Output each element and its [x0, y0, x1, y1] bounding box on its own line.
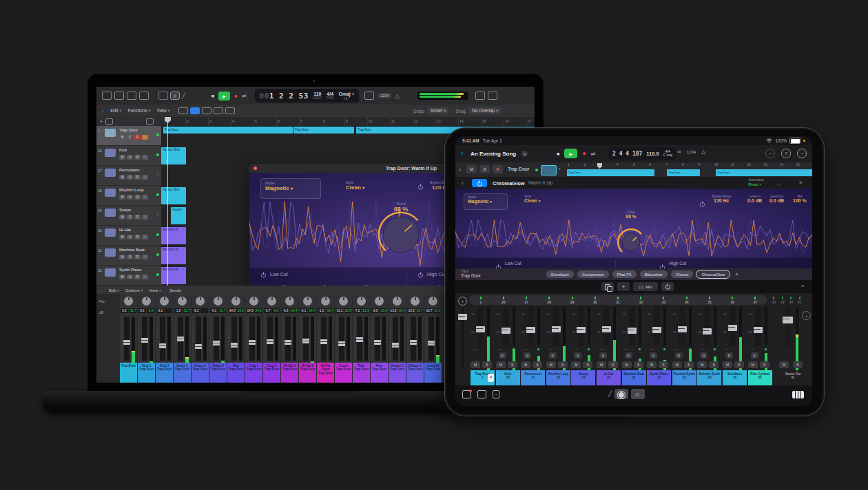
region-clip[interactable]: Trap Door	[293, 127, 354, 134]
stereo-out-strip[interactable]: MS	[776, 307, 811, 370]
editors-icon[interactable]: ╱	[182, 93, 185, 99]
ipad-volume-fader[interactable]	[652, 327, 661, 333]
pan-knob[interactable]	[411, 297, 420, 306]
track-s-button[interactable]: S	[127, 275, 133, 279]
menu-functions[interactable]: Functions ▾	[127, 108, 150, 114]
pan-knob[interactable]	[178, 297, 187, 306]
channel-number[interactable]: 34	[675, 297, 698, 304]
ipad-mute-button[interactable]: M	[723, 361, 732, 368]
flex-icon[interactable]	[214, 107, 223, 114]
library-icon[interactable]	[102, 92, 112, 100]
ipad-channel-strip[interactable]: 1224—RMS	[622, 307, 645, 370]
bypass-power-icon[interactable]	[417, 184, 424, 191]
chain-plugin-bitcrusher[interactable]: Bitcrusher	[640, 270, 668, 278]
ipad-channel-label[interactable]: Plucked Synth33	[672, 370, 696, 385]
pan-knob[interactable]	[321, 297, 330, 306]
ipad-channel-label[interactable]: Machine Beat31	[622, 370, 646, 385]
track-i-button[interactable]: I	[142, 155, 148, 160]
mixer-channel-strip[interactable]: -1.2-19.7Hi-Hat OpenTrap Door	[317, 295, 334, 383]
track-row-snaps[interactable]: 29SnapsMSRI	[96, 206, 161, 226]
collapse-chevron[interactable]: ^	[488, 374, 494, 382]
chain-plugin-phat-fx[interactable]: Phat FX	[612, 270, 637, 278]
ipad-solo-button[interactable]: S	[482, 361, 492, 368]
pan-knob[interactable]	[249, 297, 258, 306]
smart-controls-icon[interactable]	[158, 92, 168, 100]
ipad-channel-strip[interactable]: 1224—RMS	[521, 307, 544, 370]
ipad-record-enable-button[interactable]: R	[700, 352, 707, 359]
ipad-record-enable-button[interactable]: R	[625, 352, 632, 359]
volume-fader[interactable]	[123, 340, 130, 345]
ipad-channel-label[interactable]: Sub Bass35	[723, 370, 747, 385]
channel-number[interactable]: 29	[561, 297, 583, 304]
mixer-channel-strip[interactable]: -6.2Snare 2Trap Door	[192, 295, 209, 383]
ipad-record-enable-button[interactable]: R	[751, 352, 758, 359]
channel-name-label[interactable]: CrashTrap Door	[335, 363, 352, 383]
ipad-play-button[interactable]: ▶	[564, 149, 577, 158]
region-clip[interactable]: Aquatic	[171, 207, 186, 224]
channel-name-label[interactable]: RideTrap Door	[353, 363, 370, 383]
ipad-volume-fader[interactable]	[628, 328, 637, 334]
pan-knob[interactable]	[393, 297, 402, 306]
close-window-button[interactable]	[254, 167, 257, 170]
channel-name-label[interactable]: Snare 3Trap Door	[209, 363, 227, 383]
ipad-channel-label[interactable]: Kick26	[496, 370, 520, 385]
track-i-button[interactable]: I	[142, 275, 148, 279]
ipad-solo-button[interactable]: S	[734, 361, 744, 368]
channel-number[interactable]: 1	[469, 297, 492, 304]
volume-fader[interactable]	[356, 337, 363, 342]
ipad-count-in-button[interactable]: 1234	[687, 150, 696, 154]
volume-fader[interactable]	[141, 338, 148, 343]
cycle-button[interactable]: ⇄	[242, 93, 247, 99]
plugin-preset[interactable]: Warm It Up	[528, 180, 552, 185]
track-m-button[interactable]: M	[119, 255, 125, 259]
chain-plugin-enveloper[interactable]: Enveloper	[546, 270, 574, 278]
track-s-button[interactable]: S	[127, 135, 133, 140]
ipad-channel-label[interactable]: Snaps29	[571, 370, 595, 385]
channel-number[interactable]: 33	[652, 297, 675, 304]
track-r-button[interactable]: R	[134, 235, 141, 239]
track-r-button[interactable]: R	[134, 255, 141, 259]
ipad-record-enable-button[interactable]: R	[549, 352, 557, 359]
ipad-solo-button[interactable]: S	[558, 361, 568, 368]
back-button[interactable]: ‹	[461, 149, 464, 157]
volume-fader[interactable]	[338, 341, 345, 346]
tool-menu-icon[interactable]	[225, 107, 235, 114]
volume-fader[interactable]	[428, 341, 435, 345]
pan-knob[interactable]	[160, 297, 169, 306]
pan-knob[interactable]	[267, 297, 276, 306]
volume-fader[interactable]	[410, 340, 417, 345]
ipad-volume-fader[interactable]	[577, 327, 586, 333]
help-icon[interactable]: ?	[781, 149, 791, 158]
ipad-level-in[interactable]: Level In 0.0 dB	[747, 195, 762, 203]
snap-value[interactable]: Smart ▾	[428, 107, 448, 114]
channel-name-label[interactable]: CowbellTrap Door	[424, 363, 442, 383]
mixer-channel-strip[interactable]: -14.5-24.5Clap 1Trap Door	[245, 295, 262, 383]
ipad-channel-strip[interactable]: 1224—RMS	[546, 307, 570, 370]
ipad-record-enable-button[interactable]: R	[675, 352, 683, 359]
quick-help-icon[interactable]	[127, 92, 136, 100]
volume-fader[interactable]	[320, 339, 327, 344]
track-name[interactable]: Trap Door	[508, 167, 529, 171]
channel-name-label[interactable]: Hi-Hat OpenTrap Door	[317, 363, 334, 383]
mixer-channel-strip[interactable]: 0.6-5.9Kick 1Trap Door	[138, 295, 155, 383]
channel-number[interactable]: 28	[538, 297, 561, 304]
track-r-button[interactable]: R	[134, 215, 141, 220]
region-clip[interactable]: Beautiful M	[161, 247, 186, 264]
volume-fader[interactable]	[267, 339, 273, 344]
mixer-settings-icon[interactable]: ▾	[458, 297, 467, 306]
ipad-volume-fader[interactable]	[552, 326, 561, 332]
ipad-solo-button[interactable]: S	[760, 361, 769, 368]
solo-icon[interactable]	[364, 92, 374, 100]
volume-fader[interactable]	[213, 341, 220, 345]
volume-fader[interactable]	[231, 343, 238, 348]
ipad-mute-button[interactable]: M	[521, 361, 530, 368]
ipad-solo-button[interactable]: S	[533, 361, 542, 368]
ipad-channel-label[interactable]: Rhythm Loop28	[546, 370, 570, 385]
track-row-synth-piano[interactable]: 32Synth PianoMSRI	[96, 266, 161, 286]
channel-number[interactable]: 26	[492, 297, 515, 304]
ipad-volume-fader[interactable]	[476, 326, 485, 332]
ipad-volume-fader[interactable]	[502, 328, 510, 334]
track-i-button[interactable]: I	[142, 235, 148, 239]
channel-name-label[interactable]: Shaker 1Trap Door	[389, 363, 406, 383]
ipad-region-clip[interactable]: Trap Door	[667, 169, 700, 176]
